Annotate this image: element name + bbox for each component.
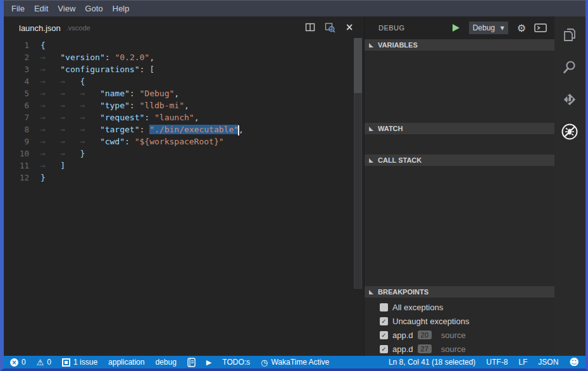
code-line[interactable]: 12} [4,172,364,184]
run-play-icon[interactable]: ▶ [206,358,211,367]
code-line[interactable]: 8→→→"target": "./bin/executable", [4,123,364,135]
menu-help[interactable]: Help [113,4,130,13]
todos-label: TODO:s [222,358,250,367]
code-line[interactable]: 5→→→"name": "Debug", [4,87,364,99]
checkbox-icon[interactable] [380,345,388,353]
line-content[interactable]: →→} [41,148,85,160]
section-watch[interactable]: WATCH [365,123,554,134]
line-number[interactable]: 6 [4,99,29,111]
editor-scrollbar-thumb[interactable] [354,38,362,93]
code-token: "0.2.0" [115,53,149,62]
search-icon[interactable] [561,58,579,76]
code-token: "version" [60,53,104,62]
section-call-stack[interactable]: CALL STACK [365,154,554,166]
close-icon[interactable]: × [344,22,355,33]
line-content[interactable]: →→→"type": "lldb-mi", [41,99,189,111]
section-breakpoints[interactable]: BREAKPOINTS [365,286,554,298]
code-line[interactable]: 6→→→"type": "lldb-mi", [4,99,364,111]
menu-goto[interactable]: Goto [85,4,103,13]
menu-edit[interactable]: Edit [34,4,48,13]
wakatime-item[interactable]: ◷ WakaTime Active [261,358,329,367]
debug-no-bug-icon[interactable] [561,123,579,141]
configure-gear-icon[interactable]: ⚙ [517,22,526,34]
launch-config-application[interactable]: application [108,358,144,367]
debug-sidebar: DEBUG Debug ▼ ⚙ VARIABLES WATCH [364,16,554,356]
line-number[interactable]: 8 [4,123,29,135]
line-content[interactable]: →"configurations": [ [41,63,154,75]
line-number[interactable]: 11 [4,160,29,172]
line-content[interactable]: →"version": "0.2.0", [41,51,154,63]
open-preview-icon[interactable] [324,22,335,33]
code-line[interactable]: 3→"configurations": [ [4,63,364,75]
file-title[interactable]: launch.json [19,23,61,33]
warning-count[interactable]: ⚠ 0 [37,358,51,367]
todos-item[interactable]: TODO:s [222,358,250,367]
eol-indicator[interactable]: LF [518,358,527,367]
code-lines[interactable]: 1{2→"version": "0.2.0",3→"configurations… [4,39,364,356]
line-number[interactable]: 9 [4,135,29,148]
section-watch-label: WATCH [378,125,403,132]
debug-config-dropdown[interactable]: Debug ▼ [469,22,508,34]
tab-whitespace-arrow: → [41,75,60,87]
section-variables[interactable]: VARIABLES [365,39,554,51]
line-number[interactable]: 5 [4,87,29,99]
line-number[interactable]: 1 [4,39,29,51]
line-number[interactable]: 10 [4,148,29,160]
breakpoint-all-exceptions[interactable]: All exceptions [365,300,554,314]
language-mode-label: JSON [538,358,558,367]
line-content[interactable]: →→→"name": "Debug", [41,87,179,99]
notebook-icon[interactable] [187,358,196,367]
line-number[interactable]: 7 [4,111,29,123]
tab-whitespace-arrow: → [60,75,80,87]
line-content[interactable]: →→→"cwd": "${workspaceRoot}" [41,135,224,148]
cursor-position[interactable]: Ln 8, Col 41 (18 selected) [389,358,475,367]
debug-console-icon[interactable] [534,23,547,33]
tab-whitespace-arrow: → [60,123,80,135]
split-editor-icon[interactable] [304,22,316,33]
issues-indicator[interactable]: 1 issue [62,358,97,367]
launch-config-debug[interactable]: debug [155,358,176,367]
line-content[interactable]: } [41,172,46,184]
breakpoint-app-d-20[interactable]: app.d 20 source [365,328,554,342]
explorer-files-icon[interactable] [561,26,579,44]
line-content[interactable]: →→{ [41,75,85,87]
error-count[interactable]: × 0 [10,358,26,367]
selected-text: "./bin/executable" [149,125,239,134]
menu-view[interactable]: View [58,4,75,13]
encoding-indicator[interactable]: UTF-8 [486,358,508,367]
breakpoint-hint: source [441,330,466,340]
line-content[interactable]: →→→"request": "launch", [41,111,199,123]
checkbox-icon[interactable] [380,303,388,311]
start-debug-button[interactable] [453,24,460,32]
code-line[interactable]: 9→→→"cwd": "${workspaceRoot}" [4,135,364,148]
menu-file[interactable]: File [11,4,25,13]
tab-whitespace-arrow: → [60,148,80,160]
code-line[interactable]: 7→→→"request": "launch", [4,111,364,123]
encoding-label: UTF-8 [486,358,508,367]
language-mode[interactable]: JSON [538,358,558,367]
section-breakpoints-label: BREAKPOINTS [378,288,428,296]
line-number[interactable]: 4 [4,75,29,87]
checkbox-icon[interactable] [380,317,388,325]
line-content[interactable]: →→→"target": "./bin/executable", [41,123,244,135]
code-line[interactable]: 2→"version": "0.2.0", [4,51,364,63]
line-content[interactable]: →] [41,160,65,172]
status-bar: × 0 ⚠ 0 1 issue application debug ▶ [4,356,585,368]
breakpoint-app-d-27[interactable]: app.d 27 source [365,342,554,356]
git-source-control-icon[interactable] [561,91,579,108]
line-content[interactable]: { [41,39,46,51]
feedback-smiley-icon[interactable]: ☻ [569,356,579,368]
code-token: "cwd" [100,137,125,146]
code-line[interactable]: 10→→} [4,148,364,160]
line-number[interactable]: 2 [4,51,29,63]
code-token: : [125,137,135,146]
breakpoint-uncaught-exceptions[interactable]: Uncaught exceptions [365,314,554,328]
code-line[interactable]: 1{ [4,39,364,51]
tab-whitespace-arrow: → [41,111,60,123]
code-line[interactable]: 4→→{ [4,75,364,87]
code-token: { [41,41,46,50]
line-number[interactable]: 12 [4,172,29,184]
line-number[interactable]: 3 [4,63,29,75]
checkbox-icon[interactable] [380,331,388,339]
code-line[interactable]: 11→] [4,160,364,172]
